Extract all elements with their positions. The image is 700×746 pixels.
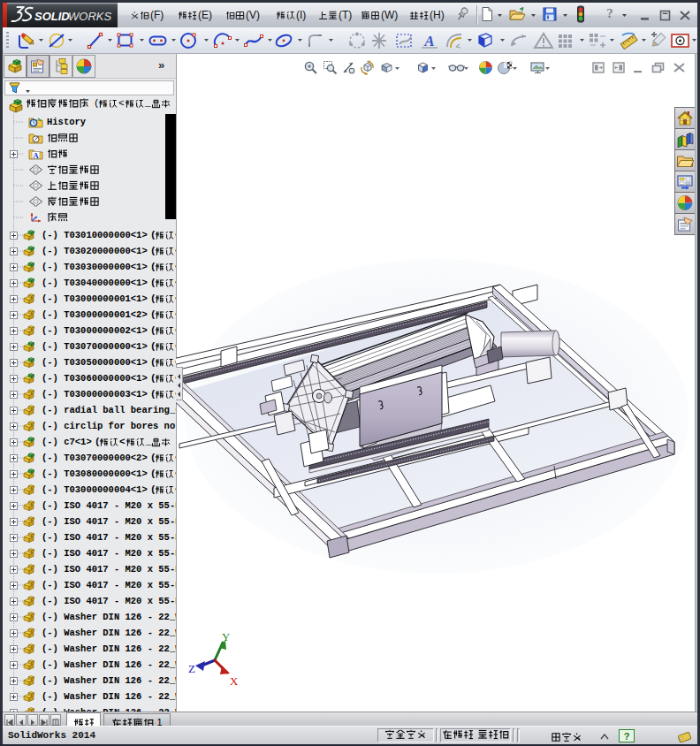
- svg-text:A: A: [423, 33, 434, 49]
- svg-text:Z: Z: [188, 662, 195, 675]
- svg-text:WORKS: WORKS: [68, 10, 111, 23]
- svg-text:A: A: [33, 151, 39, 160]
- svg-text:Y: Y: [222, 630, 231, 643]
- svg-text:?: ?: [606, 6, 613, 20]
- svg-text:SOLID: SOLID: [34, 10, 70, 23]
- svg-text:X: X: [230, 674, 239, 688]
